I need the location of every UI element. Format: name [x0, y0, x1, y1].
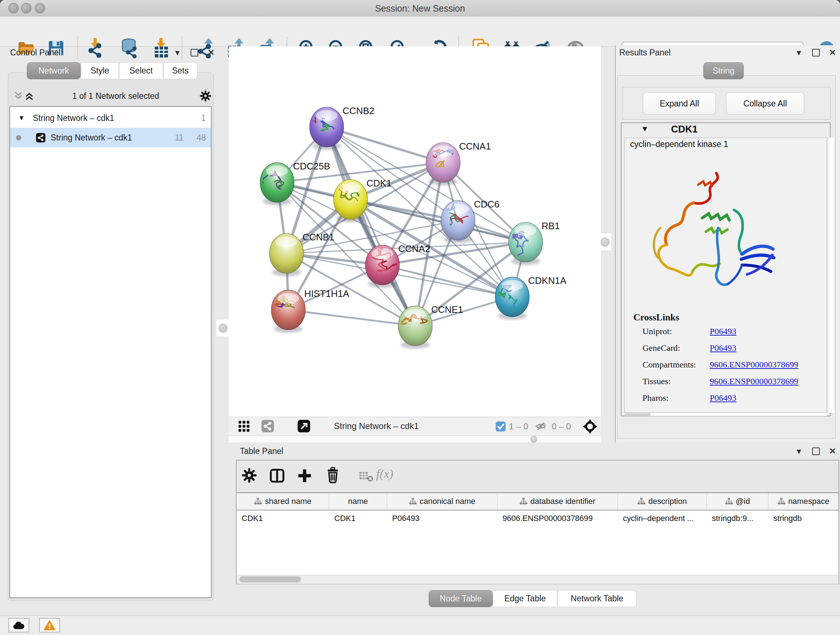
column-header-namespace[interactable]: namespace	[768, 493, 838, 510]
table-cell[interactable]: stringdb	[768, 510, 838, 526]
tab-node-table[interactable]: Node Table	[429, 590, 493, 607]
column-type-icon	[519, 497, 527, 505]
network-node-ccnb2[interactable]: CCNB2	[303, 105, 374, 150]
column-type-icon	[638, 497, 645, 505]
network-graph[interactable]: CCNB2CCNA1CDC25BCDK1CDC6RB1CCNB1CCNA2CDK…	[229, 46, 601, 417]
expand-all-button[interactable]: Expand All	[643, 92, 716, 115]
network-panel-gear-icon[interactable]	[200, 90, 211, 102]
column-header-description[interactable]: description	[618, 493, 707, 510]
network-node-cdkn1a[interactable]: CDKN1A	[495, 275, 567, 320]
collapse-all-button[interactable]: Collapse All	[726, 92, 804, 115]
table-cell[interactable]: cyclin–dependent ...	[618, 510, 707, 526]
network-canvas[interactable]: CCNB2CCNA1CDC25BCDK1CDC6RB1CCNB1CCNA2CDK…	[229, 46, 601, 417]
entry-collapse-icon[interactable]: ▼	[641, 125, 649, 133]
table-settings-gear-icon[interactable]	[242, 468, 257, 483]
application-window: Session: New Session	[0, 0, 840, 635]
birdseye-view-icon[interactable]	[297, 420, 310, 432]
table-horizontal-scrollbar[interactable]	[237, 575, 838, 584]
column-header-id[interactable]: @id	[707, 493, 768, 510]
protein-structure-image	[631, 163, 783, 301]
tree-collapse-icon[interactable]: ▼	[18, 114, 25, 122]
results-panel-float-icon[interactable]	[812, 49, 820, 57]
node-label: HIST1H1A	[304, 288, 349, 299]
network-share-view-icon[interactable]	[261, 420, 274, 432]
network-edge[interactable]	[288, 310, 415, 326]
table-cell[interactable]: stringdb:9...	[707, 510, 768, 526]
warnings-button[interactable]	[39, 618, 60, 632]
tab-edge-table[interactable]: Edge Table	[493, 590, 557, 607]
control-panel-close-icon[interactable]: ✕	[208, 48, 215, 57]
tab-sets[interactable]: Sets	[163, 62, 197, 79]
results-horizontal-scrollbar[interactable]	[625, 413, 826, 416]
cloud-status-button[interactable]	[8, 618, 29, 632]
tab-network-table[interactable]: Network Table	[557, 590, 637, 607]
import-table-file-icon[interactable]	[151, 38, 171, 58]
column-header-databaseidentifier[interactable]: database identifier	[497, 493, 618, 510]
network-view-toolbar: String Network – cdk1 1 – 0 0 – 0	[229, 417, 601, 436]
network-selection-status: 1 of 1 Network selected	[58, 91, 174, 101]
network-node-rb1[interactable]: RB1	[508, 220, 560, 265]
table-cell[interactable]: P06493	[387, 510, 497, 526]
network-node-hist1h1a[interactable]: HIST1H1A	[271, 288, 349, 333]
tab-select[interactable]: Select	[119, 62, 163, 79]
crosslink-value-link[interactable]: P06493	[710, 326, 736, 336]
table-panel-controls: ▼ ✕	[795, 447, 836, 456]
delete-column-trash-icon[interactable]	[325, 467, 341, 484]
table-header-row: shared namenamecanonical namedatabase id…	[237, 493, 838, 510]
main-toolbar: ?	[0, 17, 840, 47]
tab-network[interactable]: Network	[27, 62, 81, 79]
network-edge[interactable]	[327, 127, 443, 163]
crosslink-row: Uniprot:P06493	[643, 326, 823, 336]
table-cell[interactable]: CDK1	[329, 510, 387, 526]
horizontal-splitter-handle[interactable]	[531, 436, 537, 443]
selected-checkbox-icon[interactable]	[495, 421, 506, 432]
network-node-ccna2[interactable]: CCNA2	[365, 243, 430, 288]
create-column-icon[interactable]	[297, 468, 313, 484]
scrollbar-thumb[interactable]	[240, 576, 301, 583]
crosslink-value-link[interactable]: 9606.ENSP00000378699	[710, 377, 798, 386]
results-panel-menu-icon[interactable]: ▼	[795, 49, 803, 57]
grid-view-icon[interactable]	[238, 420, 250, 432]
column-header-sharedname[interactable]: shared name	[237, 493, 329, 510]
left-splitter-handle[interactable]	[216, 319, 230, 337]
column-header-label: description	[648, 497, 687, 506]
control-panel-menu-icon[interactable]: ▼	[174, 49, 181, 57]
table-panel-float-icon[interactable]	[812, 448, 820, 455]
entry-description: cyclin–dependent kinase 1	[630, 139, 728, 149]
tab-style[interactable]: Style	[81, 62, 119, 79]
import-network-file-icon[interactable]	[85, 38, 105, 58]
crosslink-value-link[interactable]: P06493	[710, 343, 736, 353]
table-cell[interactable]: CDK1	[237, 510, 329, 526]
column-header-label: canonical name	[420, 497, 475, 506]
table-cell[interactable]: 9606.ENSP00000378699	[497, 510, 618, 526]
crosslink-label: Uniprot:	[643, 326, 710, 336]
crosslink-value-link[interactable]: 9606.ENSP00000378699	[710, 360, 798, 370]
network-row-selected[interactable]: String Network – cdk1 11 48	[10, 128, 211, 147]
table-panel-menu-icon[interactable]: ▼	[795, 447, 803, 456]
expand-all-networks-icon[interactable]	[24, 90, 35, 101]
column-type-icon	[725, 497, 733, 505]
node-label: CDC25B	[293, 161, 330, 172]
table-row[interactable]: CDK1CDK1P064939606.ENSP00000378699cyclin…	[237, 510, 838, 526]
network-node-cdk1[interactable]: CDK1	[328, 178, 392, 222]
results-panel-close-icon[interactable]: ✕	[829, 48, 836, 57]
pan-crosshair-icon[interactable]	[583, 419, 598, 434]
column-header-name[interactable]: name	[329, 493, 387, 510]
import-network-database-icon[interactable]	[119, 38, 139, 58]
control-panel-float-icon[interactable]	[191, 49, 198, 57]
column-header-canonicalname[interactable]: canonical name	[387, 493, 497, 510]
network-collection-row[interactable]: ▼ String Network – cdk1 1	[10, 108, 211, 128]
current-network-title: String Network – cdk1	[334, 421, 419, 431]
show-columns-icon[interactable]	[269, 468, 285, 484]
node-label: CCNA1	[459, 141, 491, 152]
entry-gene-name: CDK1	[671, 124, 698, 135]
network-node-ccna1[interactable]: CCNA1	[426, 141, 491, 185]
network-node-cdc6[interactable]: CDC6	[441, 199, 500, 243]
collapse-all-networks-icon[interactable]	[13, 90, 24, 101]
results-vertical-scrollbar[interactable]	[828, 138, 834, 413]
crosslink-value-link[interactable]: P06493	[710, 393, 736, 403]
network-node-ccne1[interactable]: CCNE1	[398, 304, 463, 348]
tab-string[interactable]: String	[703, 62, 744, 79]
table-panel-close-icon[interactable]: ✕	[829, 447, 836, 456]
horizontal-splitter[interactable]	[229, 435, 601, 442]
